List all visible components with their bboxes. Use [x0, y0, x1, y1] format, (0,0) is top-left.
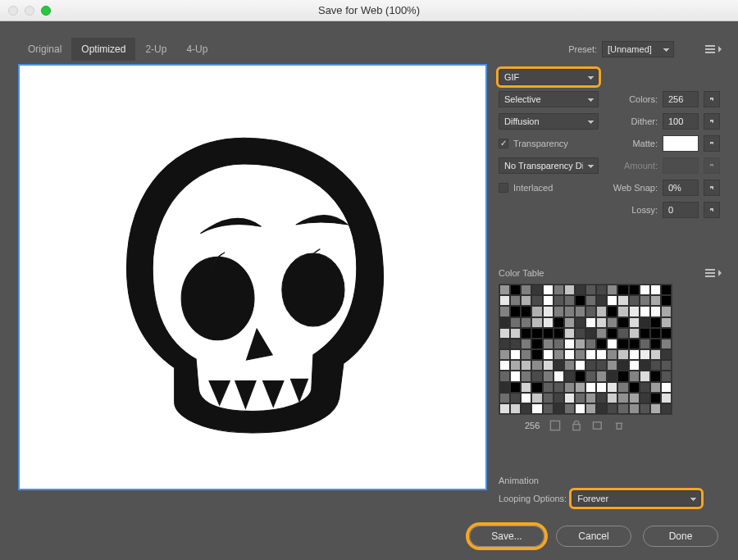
color-table-count: 256	[525, 421, 540, 430]
preset-dropdown[interactable]: [Unnamed]	[602, 41, 674, 57]
dither-algorithm-dropdown[interactable]: Diffusion	[499, 113, 599, 130]
cancel-button[interactable]: Cancel	[556, 526, 631, 547]
svg-rect-4	[594, 422, 602, 429]
colors-field[interactable]	[663, 91, 699, 107]
amount-label: Amount:	[618, 161, 658, 171]
amount-stepper	[704, 157, 720, 174]
tab-4up[interactable]: 4-Up	[176, 38, 217, 61]
tab-original[interactable]: Original	[18, 38, 71, 61]
websnap-label: Web Snap:	[608, 183, 658, 193]
dither-stepper[interactable]	[704, 113, 720, 130]
svg-rect-2	[551, 421, 560, 430]
format-dropdown[interactable]: GIF	[499, 69, 599, 85]
color-table-grid[interactable]	[499, 284, 672, 415]
lock-color-icon[interactable]	[571, 420, 582, 431]
lossy-label: Lossy:	[618, 205, 658, 215]
save-for-web-dialog: Original Optimized 2-Up 4-Up Preset: [Un…	[0, 21, 738, 560]
animation-label: Animation	[499, 476, 720, 485]
color-reduction-dropdown[interactable]: Selective	[499, 91, 599, 107]
amount-field	[663, 157, 699, 174]
titlebar: Save for Web (100%)	[0, 0, 738, 21]
transparency-label: Transparency	[513, 139, 568, 148]
done-button[interactable]: Done	[643, 526, 718, 547]
looping-label: Looping Options:	[499, 494, 567, 503]
matte-label: Matte:	[618, 139, 658, 148]
preset-flyout-menu-icon[interactable]	[705, 43, 720, 55]
tab-optimized[interactable]: Optimized	[71, 38, 135, 61]
dither-label: Dither:	[618, 116, 658, 126]
matte-swatch[interactable]	[663, 135, 699, 152]
looping-options-dropdown[interactable]: Forever	[572, 490, 701, 507]
lossy-stepper[interactable]	[704, 202, 720, 218]
delete-color-icon[interactable]	[613, 420, 625, 431]
save-button[interactable]: Save...	[469, 526, 544, 547]
websnap-field[interactable]	[663, 180, 699, 196]
tab-2up[interactable]: 2-Up	[135, 38, 176, 61]
color-table-flyout-menu-icon[interactable]	[705, 267, 720, 279]
preset-label: Preset:	[568, 44, 597, 54]
preview-canvas[interactable]	[18, 64, 487, 490]
transparency-dither-dropdown[interactable]: No Transparency Dit...	[499, 157, 599, 174]
preview-image	[61, 103, 444, 450]
colors-stepper[interactable]	[704, 91, 720, 107]
svg-rect-3	[573, 425, 580, 430]
websnap-stepper[interactable]	[704, 180, 720, 196]
interlaced-label: Interlaced	[513, 183, 553, 193]
color-table-label: Color Table	[499, 268, 544, 278]
transparency-checkbox[interactable]	[499, 139, 508, 148]
svg-point-0	[181, 257, 254, 341]
snap-to-web-icon[interactable]	[549, 420, 561, 431]
dither-field[interactable]	[663, 113, 699, 130]
window-title: Save for Web (100%)	[0, 4, 738, 16]
lossy-field[interactable]	[663, 202, 699, 218]
new-color-icon[interactable]	[592, 420, 604, 431]
view-tabs: Original Optimized 2-Up 4-Up	[18, 38, 217, 61]
svg-point-1	[282, 253, 344, 326]
colors-label: Colors:	[618, 94, 658, 104]
matte-dropdown[interactable]	[704, 135, 720, 152]
interlaced-checkbox[interactable]	[499, 183, 508, 193]
